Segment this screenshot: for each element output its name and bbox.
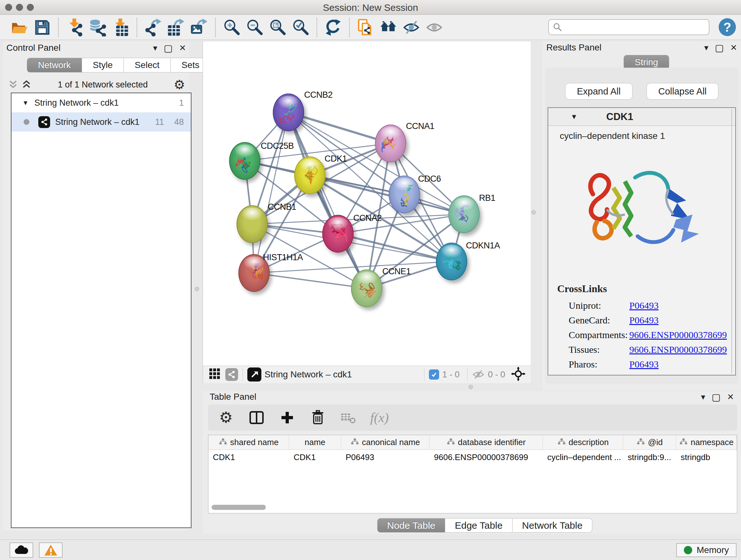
column-header-name[interactable]: name bbox=[289, 435, 341, 449]
window-title: Session: New Session bbox=[0, 2, 741, 13]
string-home-icon[interactable] bbox=[377, 17, 400, 38]
results-scrollbar[interactable] bbox=[731, 109, 732, 374]
zoom-selected-icon[interactable] bbox=[289, 17, 312, 38]
export-network-icon[interactable] bbox=[142, 17, 165, 38]
results-close-icon[interactable]: ✕ bbox=[730, 43, 737, 53]
network-collection-row[interactable]: ▼ String Network – cdk1 1 bbox=[11, 93, 191, 112]
splitter-handle[interactable] bbox=[195, 287, 199, 291]
crosslink-link[interactable]: P06493 bbox=[629, 300, 659, 311]
open-session-icon[interactable] bbox=[8, 17, 30, 38]
network-share-icon[interactable] bbox=[225, 368, 238, 381]
crosslink-link[interactable]: 9606.ENSP00000378699 bbox=[629, 329, 727, 340]
import-network-database-icon[interactable] bbox=[86, 17, 109, 38]
status-bar: Memory bbox=[0, 540, 741, 560]
table-menu-icon[interactable]: ▾ bbox=[701, 392, 705, 402]
network-node-ccnb1[interactable] bbox=[237, 205, 268, 243]
help-icon[interactable]: ? bbox=[719, 18, 736, 36]
tab-network[interactable]: Network bbox=[27, 58, 82, 72]
control-panel-title: Control Panel bbox=[6, 43, 61, 53]
selected-count: 1 - 0 bbox=[442, 370, 460, 380]
delete-column-trash-icon[interactable] bbox=[309, 409, 327, 427]
crosslink-link[interactable]: 9606.ENSP00000378699 bbox=[629, 344, 727, 355]
string-network-icon bbox=[38, 116, 50, 128]
table-row[interactable]: CDK1CDK1P064939606.ENSP00000378699cyclin… bbox=[208, 450, 737, 464]
zoom-out-icon[interactable] bbox=[243, 17, 266, 38]
zoom-in-icon[interactable] bbox=[220, 17, 243, 38]
tab-network-table[interactable]: Network Table bbox=[513, 518, 593, 533]
search-box[interactable] bbox=[548, 19, 710, 35]
results-menu-icon[interactable]: ▾ bbox=[704, 43, 709, 53]
hidden-eye-slash-icon[interactable] bbox=[472, 369, 485, 380]
warning-status-button[interactable] bbox=[39, 543, 63, 558]
memory-button[interactable]: Memory bbox=[676, 543, 737, 557]
new-network-from-selection-icon[interactable] bbox=[354, 17, 377, 38]
tab-select[interactable]: Select bbox=[124, 58, 171, 72]
selected-checkbox-icon[interactable] bbox=[429, 369, 439, 380]
section-collapse-icon[interactable]: ▼ bbox=[570, 113, 578, 121]
column-header--id[interactable]: @id bbox=[623, 435, 676, 449]
crosslink-link[interactable]: P06493 bbox=[629, 315, 659, 326]
network-options-gear-icon[interactable]: ⚙ bbox=[174, 78, 185, 91]
expand-all-button[interactable]: Expand All bbox=[565, 83, 632, 100]
cloud-icon bbox=[14, 545, 29, 555]
table-hscrollbar[interactable] bbox=[212, 505, 266, 510]
table-float-icon[interactable]: ▢ bbox=[712, 391, 721, 402]
shared-column-icon bbox=[447, 437, 455, 447]
network-node-ccna2[interactable] bbox=[322, 215, 354, 253]
search-input[interactable] bbox=[562, 22, 696, 32]
add-column-icon[interactable] bbox=[278, 409, 296, 427]
network-canvas[interactable]: CCNB2CCNA1CDC25BCDK1CDC6RB1CCNB1CCNA2CDK… bbox=[203, 42, 531, 366]
grid-view-icon[interactable] bbox=[209, 368, 221, 381]
float-panel-icon[interactable]: ▢ bbox=[164, 43, 173, 54]
collection-expand-icon[interactable]: ▼ bbox=[22, 99, 29, 107]
network-node-ccnb2[interactable] bbox=[273, 94, 304, 131]
column-header-canonical-name[interactable]: canonical name bbox=[341, 435, 429, 449]
results-float-icon[interactable]: ▢ bbox=[715, 42, 724, 53]
import-table-file-icon[interactable] bbox=[109, 17, 132, 38]
network-node-cdkn1a[interactable] bbox=[436, 243, 467, 280]
collapse-all-icon[interactable] bbox=[8, 79, 18, 90]
collection-count: 1 bbox=[179, 98, 184, 108]
column-header-namespace[interactable]: namespace bbox=[676, 435, 737, 449]
current-network-dot-icon bbox=[23, 119, 29, 125]
network-node-rb1[interactable] bbox=[448, 195, 480, 233]
birdseye-crosshair-icon[interactable] bbox=[511, 367, 526, 382]
gene-section-header[interactable]: ▼ CDK1 bbox=[548, 108, 735, 126]
column-header-database-identifier[interactable]: database identifier bbox=[429, 435, 543, 449]
node-label-cdc6: CDC6 bbox=[418, 174, 441, 184]
zoom-fit-icon[interactable] bbox=[266, 17, 289, 38]
splitter-handle[interactable] bbox=[531, 210, 536, 214]
tab-edge-table[interactable]: Edge Table bbox=[445, 518, 513, 533]
hide-selected-icon[interactable] bbox=[400, 17, 423, 38]
column-header-shared-name[interactable]: shared name bbox=[208, 435, 289, 449]
collapse-all-button[interactable]: Collapse All bbox=[647, 83, 719, 100]
export-table-icon[interactable] bbox=[165, 17, 188, 38]
table-close-icon[interactable]: ✕ bbox=[727, 392, 734, 402]
table-settings-gear-icon[interactable]: ⚙ bbox=[217, 409, 235, 427]
apply-layout-refresh-icon[interactable] bbox=[322, 17, 345, 38]
show-columns-icon[interactable] bbox=[248, 409, 266, 427]
open-in-window-icon[interactable] bbox=[247, 368, 261, 381]
network-node-cdc25b[interactable] bbox=[229, 142, 260, 180]
tab-node-table[interactable]: Node Table bbox=[377, 518, 445, 533]
network-edges[interactable] bbox=[203, 42, 531, 366]
splitter-handle[interactable] bbox=[468, 385, 473, 389]
show-hidden-icon[interactable] bbox=[423, 17, 446, 38]
save-session-icon[interactable] bbox=[30, 17, 54, 38]
export-image-icon[interactable] bbox=[188, 17, 211, 38]
shared-column-icon bbox=[557, 437, 565, 447]
panel-menu-icon[interactable]: ▾ bbox=[153, 43, 157, 53]
network-node-cdk1[interactable] bbox=[294, 157, 326, 194]
network-node-ccna1[interactable] bbox=[375, 125, 406, 162]
cloud-status-button[interactable] bbox=[10, 543, 33, 558]
node-label-cdc25b: CDC25B bbox=[261, 141, 294, 151]
tab-style[interactable]: Style bbox=[82, 58, 124, 72]
crosslink-link[interactable]: P06493 bbox=[629, 359, 659, 370]
close-panel-icon[interactable]: ✕ bbox=[179, 43, 186, 53]
network-node-cdc6[interactable] bbox=[389, 176, 420, 213]
network-node-ccne1[interactable] bbox=[351, 269, 382, 307]
import-network-file-icon[interactable] bbox=[63, 17, 86, 38]
network-row-selected[interactable]: String Network – cdk1 11 48 bbox=[11, 112, 191, 132]
expand-all-icon[interactable] bbox=[21, 79, 32, 90]
column-header-description[interactable]: description bbox=[543, 435, 623, 449]
